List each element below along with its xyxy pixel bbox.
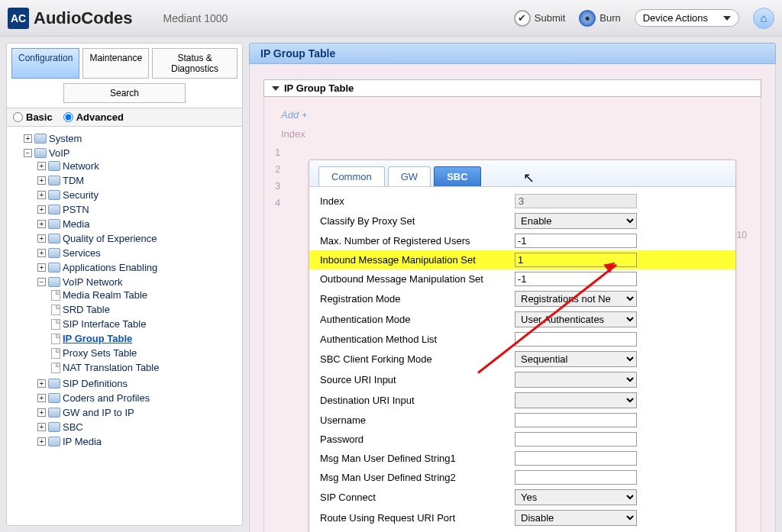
label-dsturi: Destination URI Input <box>320 395 515 406</box>
label-password: Password <box>320 434 515 445</box>
tree-nat[interactable]: NAT Translation Table <box>51 362 239 373</box>
label-username: Username <box>320 414 515 426</box>
input-regmode[interactable]: Registrations not Ne <box>515 291 637 307</box>
input-sipconn[interactable]: Yes <box>515 489 637 505</box>
product-name: Mediant 1000 <box>163 12 228 24</box>
tab-configuration[interactable]: Configuration <box>11 48 79 79</box>
tree-gw-ip[interactable]: +GW and IP to IP <box>37 407 239 418</box>
brand-text: AudioCodes <box>34 8 133 28</box>
form-tab-gw[interactable]: GW <box>388 166 431 186</box>
tree-sip-def[interactable]: +SIP Definitions <box>37 378 239 389</box>
value-index: 3 <box>515 194 637 208</box>
tree-coders[interactable]: +Coders and Profiles <box>37 392 239 404</box>
label-outbound: Outbound Message Manipulation Set <box>320 273 515 285</box>
tree-security[interactable]: +Security <box>37 189 239 201</box>
burn-label: Burn <box>599 12 620 24</box>
submit-top-button[interactable]: ✔ Submit <box>514 10 565 27</box>
logo: AC AudioCodes <box>8 8 133 29</box>
tree-ip-group[interactable]: IP Group Table <box>51 333 239 344</box>
input-username[interactable] <box>515 413 637 427</box>
home-icon[interactable]: ⌂ <box>753 8 774 29</box>
tree-ip-media[interactable]: +IP Media <box>37 436 239 447</box>
tree-media-realm[interactable]: Media Realm Table <box>51 289 239 301</box>
input-password[interactable] <box>515 432 637 447</box>
tree-sip-interface[interactable]: SIP Interface Table <box>51 318 239 330</box>
label-msgman1: Msg Man User Defined String1 <box>320 453 515 464</box>
label-maxreg: Max. Number of Registered Users <box>320 235 515 247</box>
tree-pstn[interactable]: +PSTN <box>37 204 239 215</box>
subpanel-title[interactable]: IP Group Table <box>263 79 761 97</box>
tab-search[interactable]: Search <box>63 83 186 103</box>
input-msgman1[interactable] <box>515 451 637 466</box>
input-maxreg[interactable] <box>515 234 637 248</box>
check-icon: ✔ <box>514 10 531 27</box>
tree-voip[interactable]: −VoIP <box>24 147 239 159</box>
input-srcuri[interactable] <box>515 372 637 388</box>
row-numbers: 1234 <box>275 144 280 211</box>
chevron-down-icon <box>723 16 731 21</box>
top-bar: AC AudioCodes Mediant 1000 ✔ Submit ● Bu… <box>0 0 782 37</box>
panel-title: IP Group Table <box>249 43 776 64</box>
label-routeuri: Route Using Request URI Port <box>320 512 515 524</box>
tree-system[interactable]: +System <box>24 133 239 144</box>
label-msgman2: Msg Man User Defined String2 <box>320 472 515 483</box>
input-forking[interactable]: Sequential <box>515 351 637 367</box>
label-sipconn: SIP Connect <box>320 492 515 503</box>
input-authlist[interactable] <box>515 332 637 347</box>
edit-form: Common GW SBC ↖ Index3 Classify By Proxy… <box>309 160 736 532</box>
label-srcuri: Source URI Input <box>320 374 515 385</box>
label-forking: SBC Client Forking Mode <box>320 353 515 365</box>
input-dsturi[interactable] <box>515 392 637 408</box>
submit-label: Submit <box>535 12 565 24</box>
label-inbound: Inbound Message Manipulation Set <box>320 254 515 266</box>
input-outbound[interactable] <box>515 272 637 286</box>
input-inbound[interactable] <box>515 253 637 267</box>
input-routeuri[interactable]: Disable <box>515 510 637 526</box>
nav-tree: +System −VoIP +Network +TDM +Security +P… <box>7 127 242 525</box>
tab-maintenance[interactable]: Maintenance <box>82 48 149 79</box>
input-authmode[interactable]: User Authenticates <box>515 311 637 327</box>
tab-status[interactable]: Status & Diagnostics <box>152 48 238 79</box>
label-classify: Classify By Proxy Set <box>320 215 515 227</box>
tree-proxy-sets[interactable]: Proxy Sets Table <box>51 347 239 359</box>
form-tab-sbc[interactable]: SBC <box>434 166 480 186</box>
mode-bar: Basic Advanced <box>7 108 242 127</box>
burn-icon: ● <box>579 10 596 27</box>
label-authmode: Authentication Mode <box>320 314 515 325</box>
mode-advanced[interactable]: Advanced <box>63 111 124 123</box>
page-count: 10 <box>737 230 747 240</box>
collapse-icon <box>272 86 280 91</box>
input-msgman2[interactable] <box>515 470 637 485</box>
tree-services[interactable]: +Services <box>37 247 239 259</box>
sidebar: Configuration Maintenance Status & Diagn… <box>6 43 243 526</box>
tree-apps[interactable]: +Applications Enabling <box>37 262 239 273</box>
logo-mark: AC <box>8 8 29 29</box>
grid-index-header: Index <box>273 125 751 143</box>
burn-button[interactable]: ● Burn <box>579 10 620 27</box>
label-regmode: Registration Mode <box>320 293 515 305</box>
tree-tdm[interactable]: +TDM <box>37 175 239 186</box>
tree-network[interactable]: +Network <box>37 160 239 172</box>
tree-srd[interactable]: SRD Table <box>51 304 239 315</box>
tree-sbc[interactable]: +SBC <box>37 421 239 433</box>
label-authlist: Authentication Method List <box>320 334 515 345</box>
add-link[interactable]: Add + <box>273 105 315 125</box>
tree-voip-network[interactable]: −VoIP Network <box>37 276 239 288</box>
input-classify[interactable]: Enable <box>515 213 637 229</box>
label-index: Index <box>320 195 515 207</box>
device-actions-label: Device Actions <box>643 12 708 24</box>
form-tab-common[interactable]: Common <box>318 166 385 186</box>
tree-media[interactable]: +Media <box>37 218 239 230</box>
tree-qoe[interactable]: +Quality of Experience <box>37 233 239 244</box>
device-actions-dropdown[interactable]: Device Actions <box>635 9 739 27</box>
main-area: IP Group Table IP Group Table Add + Inde… <box>243 37 782 532</box>
mode-basic[interactable]: Basic <box>13 111 53 123</box>
